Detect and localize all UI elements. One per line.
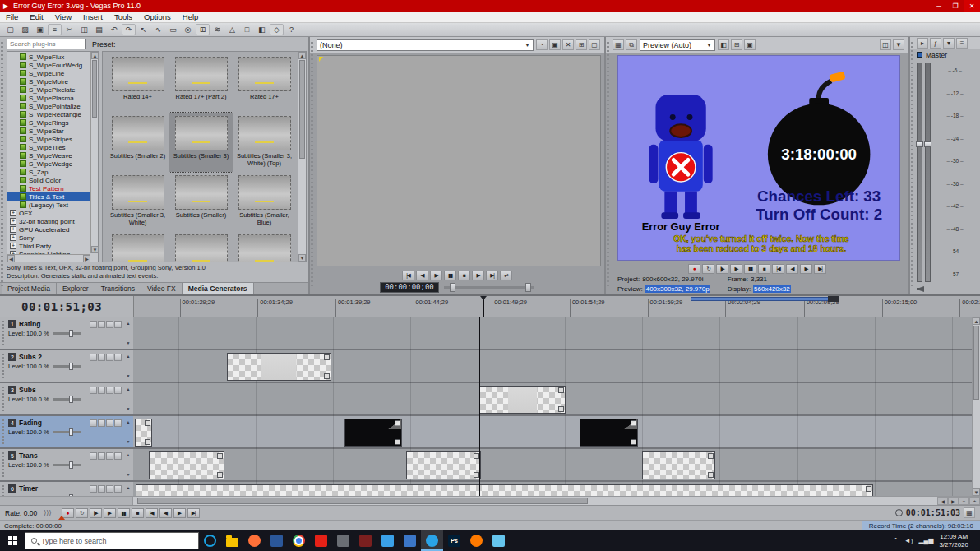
toolbar-button[interactable]: △ xyxy=(225,24,239,35)
track-header[interactable]: 3 Subs Level: 100.0 % xyxy=(0,383,133,414)
taskbar-app-icon[interactable] xyxy=(488,530,510,551)
plugin-tree-item[interactable]: S_WipeStar xyxy=(7,127,98,135)
plugin-tree-item[interactable]: S_WipeRectangle xyxy=(7,110,98,118)
taskbar-app-icon[interactable]: Ps xyxy=(443,530,465,551)
toolbar-button[interactable]: ◫ xyxy=(77,24,91,35)
transport-button[interactable]: ▶| xyxy=(187,508,200,518)
fx-zoom-slider[interactable] xyxy=(444,286,534,289)
audio-meters-icon[interactable]: ▦ xyxy=(964,507,975,518)
clip-fx-icon[interactable] xyxy=(324,354,330,360)
track-name[interactable]: Subs xyxy=(19,386,36,394)
plugin-tree-item[interactable]: S_WipeMoire xyxy=(7,77,98,86)
clip-generated-media-icon[interactable] xyxy=(474,472,479,478)
transport-button[interactable]: ▮▮ xyxy=(118,508,130,518)
master-fader-left[interactable] xyxy=(917,63,922,282)
track-mute-icon[interactable] xyxy=(98,387,105,394)
scroll-down-icon[interactable]: ▼ xyxy=(973,488,980,496)
transport-button[interactable]: ▮▮ xyxy=(744,264,756,274)
transport-button[interactable]: |◀ xyxy=(402,271,414,280)
menu-item[interactable]: Help xyxy=(177,12,205,22)
preset-item[interactable]: Subtitles (Smaller) xyxy=(169,172,233,231)
track-level-slider[interactable] xyxy=(53,398,81,401)
transport-button[interactable]: ◀ xyxy=(416,271,428,280)
fx-toolbar-button[interactable]: ✕ xyxy=(562,39,574,50)
plugin-tree-item[interactable]: S_Zap xyxy=(7,168,98,176)
track-mute-icon[interactable] xyxy=(98,419,105,427)
transport-button[interactable]: ◀ xyxy=(786,264,798,274)
transport-button[interactable]: ▶ xyxy=(430,271,442,280)
plugin-tree-item[interactable]: S_WipeWedge xyxy=(7,160,98,168)
track-expand-icon[interactable]: ▲ xyxy=(127,485,131,490)
transport-button[interactable]: ▶ xyxy=(104,508,116,518)
scroll-up-icon[interactable]: ▲ xyxy=(91,52,99,59)
taskbar-app-icon[interactable] xyxy=(354,530,377,551)
track-solo-icon[interactable] xyxy=(106,419,113,427)
preset-item[interactable]: Subtitles (Smaller 3, White) (Top) xyxy=(233,113,296,172)
ruler-scroll-tag[interactable] xyxy=(828,296,839,302)
plugin-search-input[interactable] xyxy=(7,39,86,49)
plugin-tree-item[interactable]: GPU Accelerated xyxy=(7,225,98,234)
track-name[interactable]: Subs 2 xyxy=(19,353,42,361)
transport-button[interactable]: ↻ xyxy=(76,508,88,518)
mixer-toolbar-button[interactable]: ▾ xyxy=(943,38,955,49)
track-expand-icon[interactable]: ▲ xyxy=(127,321,131,326)
timeline-ruler[interactable]: 00:01:29;2900:01:34;2900:01:39;2900:01:4… xyxy=(133,296,980,317)
track-level-slider[interactable] xyxy=(53,431,81,433)
plugin-tree-item[interactable]: S_WipeLine xyxy=(7,69,98,77)
transport-button[interactable]: ■ xyxy=(458,271,470,280)
transport-button[interactable]: ▶| xyxy=(486,271,498,280)
clip-generated-media-icon[interactable] xyxy=(324,373,330,379)
toolbar-button[interactable]: ◇ xyxy=(270,24,284,35)
preset-item[interactable] xyxy=(106,231,169,262)
track-solo-icon[interactable] xyxy=(106,485,113,493)
preset-item[interactable] xyxy=(233,231,296,262)
slider-thumb[interactable] xyxy=(450,283,455,292)
track-fx-icon[interactable] xyxy=(114,354,122,361)
transport-button[interactable]: ▶| xyxy=(814,264,826,274)
plugin-tree-item[interactable]: Third Party xyxy=(7,242,98,250)
transport-button[interactable]: ↻ xyxy=(702,264,714,274)
track-mute-icon[interactable] xyxy=(98,485,105,493)
zoom-in-icon[interactable]: + xyxy=(969,497,980,505)
toolbar-button[interactable]: ⊞ xyxy=(196,24,210,35)
clip-generated-media-icon[interactable] xyxy=(395,439,400,445)
scroll-right-icon[interactable]: ▶ xyxy=(948,497,959,505)
transport-button[interactable]: ■ xyxy=(132,508,144,518)
menu-item[interactable]: Insert xyxy=(77,12,109,22)
transport-button[interactable]: ▶ xyxy=(173,508,186,518)
preview-toolbar-button[interactable]: ▼ xyxy=(893,39,904,50)
track-collapse-icon[interactable]: ▼ xyxy=(127,373,131,378)
dock-tab[interactable]: Media Generators xyxy=(183,283,254,294)
track-expand-icon[interactable]: ▲ xyxy=(127,419,131,424)
track-name[interactable]: Trans xyxy=(19,451,38,460)
track-arm-icon[interactable] xyxy=(90,387,97,394)
dock-tab[interactable]: Transitions xyxy=(95,283,141,294)
taskbar-app-icon[interactable] xyxy=(421,530,443,551)
preset-item[interactable]: Subtitles (Smaller 3, White) xyxy=(106,172,169,231)
mixer-toolbar-button[interactable]: ≡ xyxy=(956,38,968,49)
transport-button[interactable]: ■ xyxy=(758,264,770,274)
taskbar-app-icon[interactable] xyxy=(199,530,221,551)
taskbar-app-icon[interactable] xyxy=(332,530,354,551)
taskbar-search[interactable]: Type here to search xyxy=(25,532,199,549)
plugin-tree-item[interactable]: Sony xyxy=(7,234,98,242)
plugin-tree-item[interactable]: S_WipePixelate xyxy=(7,86,98,94)
track-fx-icon[interactable] xyxy=(114,452,122,460)
clip-generated-media-icon[interactable] xyxy=(217,472,223,478)
timeline-clip[interactable] xyxy=(642,451,715,479)
fader-thumb[interactable] xyxy=(924,141,931,147)
dock-tab[interactable]: Project Media xyxy=(2,283,57,294)
fx-toolbar-button[interactable]: ▢ xyxy=(589,39,600,50)
track-expand-icon[interactable]: ▲ xyxy=(127,354,131,359)
plugin-tree-item[interactable]: S_WipeRings xyxy=(7,118,98,127)
menu-item[interactable]: File xyxy=(0,12,24,22)
preview-toolbar-button[interactable]: ◫ xyxy=(880,39,891,50)
taskbar-app-icon[interactable] xyxy=(377,530,399,551)
clip-fx-icon[interactable] xyxy=(631,420,636,426)
timeline-cursor[interactable] xyxy=(479,317,480,496)
track-name[interactable]: Rating xyxy=(19,320,40,328)
preview-toolbar-button[interactable]: ⧉ xyxy=(626,39,637,50)
track-header[interactable]: 1 Rating Level: 100.0 % xyxy=(0,317,133,349)
keyframe-marker[interactable] xyxy=(319,57,323,62)
plugin-tree-item[interactable]: S_WipeStripes xyxy=(7,135,98,143)
